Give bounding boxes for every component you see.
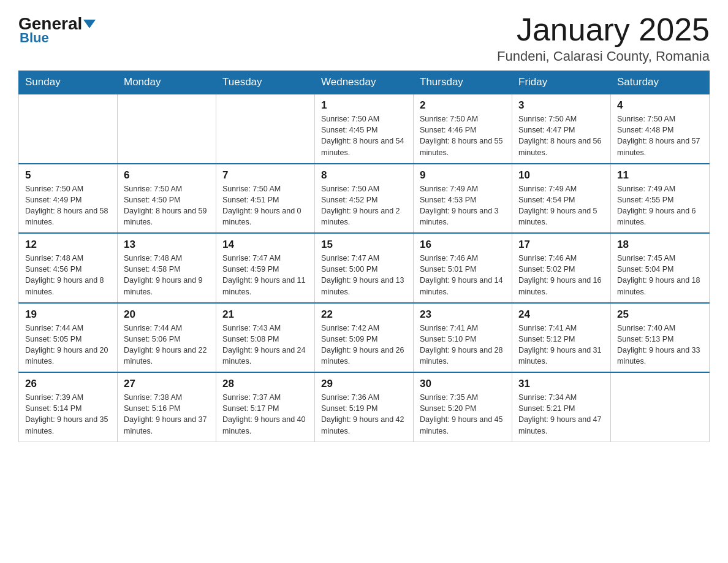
calendar-cell: [19, 94, 118, 164]
day-info: Sunrise: 7:50 AM Sunset: 4:47 PM Dayligh…: [518, 113, 604, 158]
day-number: 11: [617, 169, 703, 182]
day-number: 4: [617, 99, 703, 112]
title-section: January 2025 Fundeni, Calarasi County, R…: [497, 12, 710, 64]
calendar-cell: 11Sunrise: 7:49 AM Sunset: 4:55 PM Dayli…: [611, 164, 710, 234]
calendar-week-2: 5Sunrise: 7:50 AM Sunset: 4:49 PM Daylig…: [19, 164, 710, 234]
calendar-cell: [118, 94, 216, 164]
day-info: Sunrise: 7:50 AM Sunset: 4:52 PM Dayligh…: [321, 183, 407, 228]
day-info: Sunrise: 7:50 AM Sunset: 4:49 PM Dayligh…: [25, 183, 111, 228]
weekday-header-wednesday: Wednesday: [315, 71, 414, 94]
day-info: Sunrise: 7:47 AM Sunset: 4:59 PM Dayligh…: [222, 253, 308, 297]
day-number: 22: [321, 308, 407, 321]
day-info: Sunrise: 7:45 AM Sunset: 5:04 PM Dayligh…: [617, 253, 703, 297]
day-number: 25: [617, 308, 703, 321]
day-info: Sunrise: 7:48 AM Sunset: 4:56 PM Dayligh…: [25, 253, 111, 297]
day-number: 5: [25, 169, 111, 182]
calendar-cell: [216, 94, 315, 164]
day-info: Sunrise: 7:48 AM Sunset: 4:58 PM Dayligh…: [124, 253, 210, 297]
calendar-cell: 3Sunrise: 7:50 AM Sunset: 4:47 PM Daylig…: [512, 94, 611, 164]
calendar-week-3: 12Sunrise: 7:48 AM Sunset: 4:56 PM Dayli…: [19, 233, 710, 303]
calendar-cell: 26Sunrise: 7:39 AM Sunset: 5:14 PM Dayli…: [19, 372, 118, 442]
day-number: 26: [25, 378, 111, 390]
day-info: Sunrise: 7:38 AM Sunset: 5:16 PM Dayligh…: [124, 392, 210, 437]
calendar-cell: 24Sunrise: 7:41 AM Sunset: 5:12 PM Dayli…: [512, 303, 611, 373]
month-title: January 2025: [497, 12, 710, 47]
day-info: Sunrise: 7:44 AM Sunset: 5:06 PM Dayligh…: [124, 323, 210, 367]
day-number: 30: [420, 378, 506, 390]
day-info: Sunrise: 7:46 AM Sunset: 5:02 PM Dayligh…: [518, 253, 604, 297]
day-info: Sunrise: 7:35 AM Sunset: 5:20 PM Dayligh…: [420, 392, 506, 437]
calendar-cell: 5Sunrise: 7:50 AM Sunset: 4:49 PM Daylig…: [19, 164, 118, 234]
location-label: Fundeni, Calarasi County, Romania: [497, 48, 710, 64]
calendar-cell: 23Sunrise: 7:41 AM Sunset: 5:10 PM Dayli…: [414, 303, 512, 373]
day-number: 2: [420, 99, 506, 112]
logo: General Blue: [18, 15, 97, 46]
day-number: 23: [420, 308, 506, 321]
day-info: Sunrise: 7:49 AM Sunset: 4:53 PM Dayligh…: [420, 183, 506, 228]
day-info: Sunrise: 7:49 AM Sunset: 4:54 PM Dayligh…: [518, 183, 604, 228]
calendar-cell: 14Sunrise: 7:47 AM Sunset: 4:59 PM Dayli…: [216, 233, 315, 303]
day-info: Sunrise: 7:41 AM Sunset: 5:10 PM Dayligh…: [420, 323, 506, 367]
day-info: Sunrise: 7:41 AM Sunset: 5:12 PM Dayligh…: [518, 323, 604, 367]
calendar-cell: 29Sunrise: 7:36 AM Sunset: 5:19 PM Dayli…: [315, 372, 414, 442]
day-number: 15: [321, 239, 407, 251]
calendar-cell: 28Sunrise: 7:37 AM Sunset: 5:17 PM Dayli…: [216, 372, 315, 442]
weekday-header-monday: Monday: [118, 71, 216, 94]
day-info: Sunrise: 7:39 AM Sunset: 5:14 PM Dayligh…: [25, 392, 111, 437]
calendar-cell: [611, 372, 710, 442]
day-number: 7: [222, 169, 308, 182]
calendar-cell: 12Sunrise: 7:48 AM Sunset: 4:56 PM Dayli…: [19, 233, 118, 303]
day-info: Sunrise: 7:42 AM Sunset: 5:09 PM Dayligh…: [321, 323, 407, 367]
day-number: 20: [124, 308, 210, 321]
calendar-week-5: 26Sunrise: 7:39 AM Sunset: 5:14 PM Dayli…: [19, 372, 710, 442]
day-info: Sunrise: 7:47 AM Sunset: 5:00 PM Dayligh…: [321, 253, 407, 297]
calendar-week-4: 19Sunrise: 7:44 AM Sunset: 5:05 PM Dayli…: [19, 303, 710, 373]
day-info: Sunrise: 7:49 AM Sunset: 4:55 PM Dayligh…: [617, 183, 703, 228]
weekday-header-saturday: Saturday: [611, 71, 710, 94]
day-number: 3: [518, 99, 604, 112]
calendar-cell: 2Sunrise: 7:50 AM Sunset: 4:46 PM Daylig…: [414, 94, 512, 164]
weekday-header-sunday: Sunday: [19, 71, 118, 94]
day-number: 10: [518, 169, 604, 182]
day-info: Sunrise: 7:50 AM Sunset: 4:51 PM Dayligh…: [222, 183, 308, 228]
day-number: 18: [617, 239, 703, 251]
day-number: 21: [222, 308, 308, 321]
calendar-cell: 17Sunrise: 7:46 AM Sunset: 5:02 PM Dayli…: [512, 233, 611, 303]
calendar-cell: 9Sunrise: 7:49 AM Sunset: 4:53 PM Daylig…: [414, 164, 512, 234]
day-number: 27: [124, 378, 210, 390]
calendar-cell: 1Sunrise: 7:50 AM Sunset: 4:45 PM Daylig…: [315, 94, 414, 164]
weekday-header-row: SundayMondayTuesdayWednesdayThursdayFrid…: [19, 71, 710, 94]
logo-arrow-icon: [83, 20, 96, 28]
day-info: Sunrise: 7:50 AM Sunset: 4:45 PM Dayligh…: [321, 113, 407, 158]
calendar-cell: 13Sunrise: 7:48 AM Sunset: 4:58 PM Dayli…: [118, 233, 216, 303]
day-number: 16: [420, 239, 506, 251]
day-info: Sunrise: 7:34 AM Sunset: 5:21 PM Dayligh…: [518, 392, 604, 437]
day-number: 19: [25, 308, 111, 321]
day-info: Sunrise: 7:36 AM Sunset: 5:19 PM Dayligh…: [321, 392, 407, 437]
calendar-cell: 15Sunrise: 7:47 AM Sunset: 5:00 PM Dayli…: [315, 233, 414, 303]
day-info: Sunrise: 7:44 AM Sunset: 5:05 PM Dayligh…: [25, 323, 111, 367]
calendar-cell: 6Sunrise: 7:50 AM Sunset: 4:50 PM Daylig…: [118, 164, 216, 234]
calendar-cell: 16Sunrise: 7:46 AM Sunset: 5:01 PM Dayli…: [414, 233, 512, 303]
day-number: 17: [518, 239, 604, 251]
day-info: Sunrise: 7:46 AM Sunset: 5:01 PM Dayligh…: [420, 253, 506, 297]
weekday-header-thursday: Thursday: [414, 71, 512, 94]
calendar-cell: 22Sunrise: 7:42 AM Sunset: 5:09 PM Dayli…: [315, 303, 414, 373]
day-number: 14: [222, 239, 308, 251]
day-number: 24: [518, 308, 604, 321]
calendar-cell: 10Sunrise: 7:49 AM Sunset: 4:54 PM Dayli…: [512, 164, 611, 234]
day-number: 31: [518, 378, 604, 390]
day-info: Sunrise: 7:50 AM Sunset: 4:46 PM Dayligh…: [420, 113, 506, 158]
day-number: 13: [124, 239, 210, 251]
calendar-table: SundayMondayTuesdayWednesdayThursdayFrid…: [18, 71, 710, 442]
weekday-header-friday: Friday: [512, 71, 611, 94]
calendar-cell: 27Sunrise: 7:38 AM Sunset: 5:16 PM Dayli…: [118, 372, 216, 442]
day-number: 9: [420, 169, 506, 182]
calendar-cell: 18Sunrise: 7:45 AM Sunset: 5:04 PM Dayli…: [611, 233, 710, 303]
logo-blue-text: Blue: [20, 30, 49, 46]
calendar-cell: 31Sunrise: 7:34 AM Sunset: 5:21 PM Dayli…: [512, 372, 611, 442]
calendar-cell: 4Sunrise: 7:50 AM Sunset: 4:48 PM Daylig…: [611, 94, 710, 164]
page-header: General Blue January 2025 Fundeni, Calar…: [18, 12, 710, 64]
calendar-cell: 21Sunrise: 7:43 AM Sunset: 5:08 PM Dayli…: [216, 303, 315, 373]
weekday-header-tuesday: Tuesday: [216, 71, 315, 94]
